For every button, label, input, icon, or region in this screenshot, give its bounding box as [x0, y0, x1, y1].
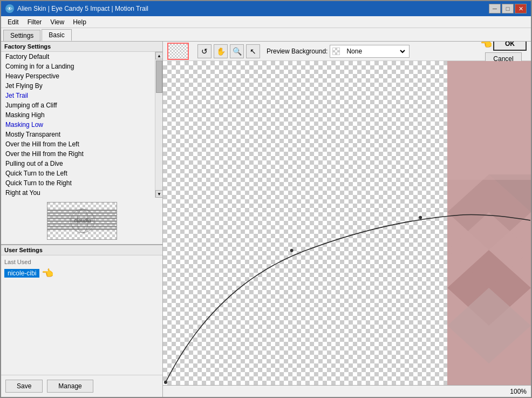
thumbnail-area: claudia	[1, 198, 162, 244]
minimize-button[interactable]: ─	[489, 4, 501, 14]
preview-bg-label: Preview Background:	[267, 48, 328, 55]
svg-rect-22	[447, 61, 531, 180]
title-bar: 👁 Alien Skin | Eye Candy 5 Impact | Moti…	[1, 1, 531, 16]
factory-settings-section: Factory Settings Factory Default Coming …	[1, 42, 162, 245]
title-bar-left: 👁 Alien Skin | Eye Candy 5 Impact | Moti…	[5, 4, 148, 13]
preset-thumbnail: claudia	[47, 202, 117, 240]
main-window: 👁 Alien Skin | Eye Candy 5 Impact | Moti…	[0, 0, 532, 398]
list-item[interactable]: Pulling out of a Dive	[1, 159, 155, 168]
list-item[interactable]: Quick Turn to the Right	[1, 178, 155, 188]
svg-point-25	[164, 381, 167, 384]
menu-bar: Edit Filter View Help	[1, 16, 531, 28]
thumbnail-svg: claudia	[47, 202, 117, 240]
tabs-bar: Settings Basic	[1, 28, 531, 41]
menu-help[interactable]: Help	[69, 17, 91, 27]
pink-panel	[447, 61, 531, 385]
last-used-item: nicole-cibi 👈	[4, 267, 53, 279]
factory-settings-list: Factory Default Coming in for a Landing …	[1, 52, 155, 198]
geometric-svg	[447, 61, 531, 385]
left-panel: Factory Settings Factory Default Coming …	[1, 42, 163, 397]
preview-toolbar: ↺ ✋ 🔍 ↖ Preview Background: None White B…	[163, 42, 531, 61]
list-item[interactable]: Quick Turn to the Left	[1, 168, 155, 178]
scroll-thumb[interactable]	[156, 60, 162, 93]
preview-bg-select[interactable]: None White Black Custom	[342, 45, 407, 57]
preview-bg-swatch	[332, 48, 340, 55]
list-item[interactable]: Over the Hill from the Right	[1, 149, 155, 159]
svg-rect-12	[47, 228, 117, 230]
list-item[interactable]: Over the Hill from the Left	[1, 139, 155, 149]
svg-rect-6	[47, 212, 117, 214]
user-settings-header: User Settings	[1, 245, 162, 255]
bottom-buttons: Save Manage	[1, 375, 162, 397]
rotate-tool-button[interactable]: ↺	[197, 44, 212, 58]
list-item[interactable]: Factory Default	[1, 52, 155, 62]
maximize-button[interactable]: □	[502, 4, 514, 14]
list-item[interactable]: Heavy Perspective	[1, 71, 155, 81]
factory-settings-header: Factory Settings	[1, 42, 162, 52]
title-buttons: ─ □ ✕	[489, 4, 527, 14]
zoom-tool-button[interactable]: 🔍	[230, 44, 244, 58]
main-content: Factory Settings Factory Default Coming …	[1, 41, 531, 397]
tab-basic[interactable]: Basic	[42, 29, 71, 41]
window-title: Alien Skin | Eye Candy 5 Impact | Motion…	[17, 5, 148, 12]
close-button[interactable]: ✕	[515, 4, 527, 14]
scroll-down-button[interactable]: ▼	[155, 190, 162, 198]
status-bar: 100%	[163, 385, 531, 397]
list-item[interactable]: Mostly Transparent	[1, 130, 155, 139]
list-item[interactable]: Jet Trail	[1, 91, 155, 100]
ok-button[interactable]: OK	[493, 42, 527, 51]
list-item[interactable]: Right at You	[1, 188, 155, 198]
list-item[interactable]: Jumping off a Cliff	[1, 100, 155, 110]
user-settings-section: User Settings Last Used nicole-cibi 👈	[1, 245, 162, 375]
pointer-hand-icon: 👈	[42, 267, 53, 279]
preview-area	[163, 61, 531, 385]
hand-tool-button[interactable]: ✋	[214, 44, 228, 58]
svg-point-24	[419, 216, 422, 219]
preview-thumbnail	[167, 43, 189, 60]
right-panel: ↺ ✋ 🔍 ↖ Preview Background: None White B…	[163, 42, 531, 397]
menu-filter[interactable]: Filter	[23, 17, 46, 27]
ok-hand-icon: 👈	[480, 42, 492, 50]
scroll-up-button[interactable]: ▲	[155, 52, 162, 59]
list-item[interactable]: Masking Low	[1, 120, 155, 130]
user-settings-content: Last Used nicole-cibi 👈	[1, 255, 162, 282]
zoom-level: 100%	[510, 388, 527, 395]
svg-rect-5	[47, 210, 117, 211]
svg-rect-11	[47, 226, 117, 227]
list-item[interactable]: Coming in for a Landing	[1, 62, 155, 71]
preview-canvas[interactable]	[163, 61, 531, 385]
tab-settings[interactable]: Settings	[3, 30, 40, 41]
menu-view[interactable]: View	[46, 17, 69, 27]
save-button[interactable]: Save	[5, 380, 43, 393]
list-scroll-wrapper: Factory Default Coming in for a Landing …	[1, 52, 162, 198]
ok-row: 👈 OK	[480, 42, 527, 51]
list-item[interactable]: Jet Flying By	[1, 81, 155, 91]
last-used-label: Last Used	[4, 259, 159, 265]
app-icon: 👁	[5, 4, 14, 13]
manage-button[interactable]: Manage	[47, 380, 93, 393]
last-used-value: nicole-cibi	[4, 269, 39, 278]
svg-rect-7	[47, 215, 117, 217]
list-scrollbar[interactable]: ▲ ▼	[155, 52, 162, 198]
svg-text:claudia: claudia	[74, 218, 91, 224]
menu-edit[interactable]: Edit	[3, 17, 23, 27]
cursor-tool-button[interactable]: ↖	[246, 44, 260, 58]
svg-point-23	[290, 249, 294, 252]
scroll-track	[155, 59, 162, 190]
list-item[interactable]: Masking High	[1, 110, 155, 120]
